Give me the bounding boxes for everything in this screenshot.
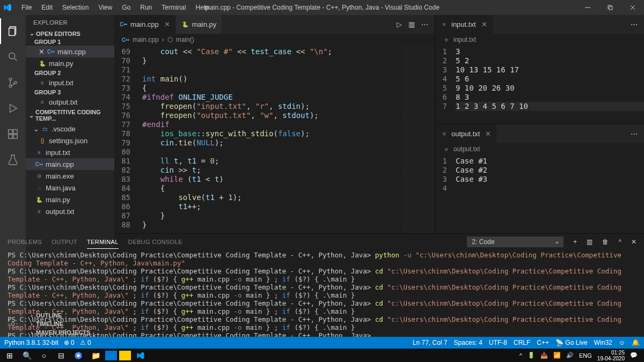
app-icon-1[interactable] <box>105 351 117 360</box>
group-2: GROUP 2 <box>26 69 114 77</box>
taskbar-search-icon[interactable]: 🔍 <box>19 349 34 362</box>
tab-main-py[interactable]: 🐍main.py <box>176 15 223 34</box>
status-errors[interactable]: ⊗ 0 <box>64 339 75 346</box>
project-header[interactable]: ⌄COMPETITIVE CODING TEMP... <box>26 108 114 123</box>
menu-bar[interactable]: File Edit Selection View Go Run Terminal… <box>17 3 213 12</box>
status-line-col[interactable]: Ln 77, Col 7 <box>413 339 448 346</box>
tree-input-txt[interactable]: ≡input.txt <box>26 146 114 158</box>
chrome-icon[interactable] <box>71 349 86 362</box>
open-editor-input-txt[interactable]: ≡input.txt <box>26 77 114 88</box>
open-editor-main-cpp[interactable]: ✕C••main.cpp <box>26 46 114 57</box>
app-icon-2[interactable] <box>119 351 131 360</box>
open-editors-header[interactable]: ⌄OPEN EDITORS <box>26 29 114 38</box>
tree-main-py[interactable]: 🐍main.py <box>26 194 114 205</box>
output-editor[interactable]: 1234 Case #1Case #2Case #3 <box>435 155 644 233</box>
close-button[interactable] <box>621 0 644 15</box>
tree-main-cpp[interactable]: C••main.cpp <box>26 158 114 170</box>
testing-icon[interactable] <box>0 147 26 173</box>
menu-edit[interactable]: Edit <box>37 3 57 12</box>
status-win32[interactable]: Win32 <box>594 339 612 346</box>
extensions-icon[interactable] <box>0 121 26 147</box>
menu-run[interactable]: Run <box>136 3 156 12</box>
window-title: main.cpp - Competitive Coding Template -… <box>204 4 440 11</box>
status-feedback-icon[interactable]: ☺ <box>619 339 625 346</box>
tray-wifi-icon[interactable]: 📶 <box>553 352 561 359</box>
status-go-live[interactable]: 📡 Go Live <box>555 339 588 346</box>
breadcrumb-output[interactable]: output.txt <box>453 145 480 153</box>
svg-point-4 <box>9 53 15 59</box>
panel-tab-output[interactable]: OUTPUT <box>52 235 77 248</box>
kill-terminal-icon[interactable]: 🗑 <box>602 238 609 246</box>
close-tab-icon[interactable]: ✕ <box>481 20 487 28</box>
vscode-taskbar-icon[interactable] <box>133 349 148 362</box>
tab-input-txt[interactable]: ≡input.txt✕ <box>435 15 493 34</box>
run-debug-icon[interactable] <box>0 95 26 121</box>
status-eol[interactable]: CRLF <box>514 339 530 346</box>
tray-dropbox-icon[interactable]: 📥 <box>540 352 548 359</box>
editor-group-right: ≡input.txt✕ ⋯ ≡input.txt 1234567 35 210 … <box>435 15 644 233</box>
cortana-icon[interactable]: ○ <box>36 349 52 362</box>
close-tab-icon[interactable]: ✕ <box>485 130 491 138</box>
split-terminal-icon[interactable]: ▥ <box>587 238 592 246</box>
breadcrumb-input[interactable]: input.txt <box>453 36 476 43</box>
status-python[interactable]: Python 3.8.1 32-bit <box>4 339 58 346</box>
panel-tab-debug[interactable]: DEBUG CONSOLE <box>128 235 182 248</box>
tab-main-cpp[interactable]: C••main.cpp✕ <box>114 15 176 34</box>
sidebar-title: EXPLORER <box>26 15 114 29</box>
tree-main-java[interactable]: ♨Main.java <box>26 182 114 194</box>
tree-output-txt[interactable]: ≡output.txt <box>26 205 114 217</box>
search-icon[interactable] <box>0 44 26 70</box>
maximize-panel-icon[interactable]: ^ <box>618 238 621 246</box>
task-view-icon[interactable]: ⊟ <box>54 349 69 362</box>
split-editor-icon[interactable]: ▥ <box>408 20 415 28</box>
tray-battery-icon[interactable]: 🔋 <box>528 352 535 359</box>
file-explorer-icon[interactable]: 📁 <box>88 349 103 362</box>
tree-settings-json[interactable]: {}settings.json <box>26 135 114 146</box>
run-icon[interactable]: ▷ <box>397 20 402 28</box>
breadcrumb[interactable]: C••main.cpp›⬡main() <box>114 34 435 46</box>
tray-up-icon[interactable]: ^ <box>519 352 522 359</box>
code-editor[interactable]: 6970717273747576777879808182838485868788… <box>114 46 435 233</box>
open-editor-output-txt[interactable]: ≡output.txt <box>26 96 114 108</box>
tray-language[interactable]: ENG <box>579 352 592 359</box>
more-actions-icon[interactable]: ⋯ <box>421 20 428 28</box>
status-language[interactable]: C++ <box>537 339 549 346</box>
menu-selection[interactable]: Selection <box>58 3 93 12</box>
tray-volume-icon[interactable]: 🔊 <box>566 352 574 359</box>
tray-clock[interactable]: 01:2519-04-2020 <box>597 350 625 361</box>
menu-view[interactable]: View <box>94 3 116 12</box>
close-tab-icon[interactable]: ✕ <box>164 20 170 28</box>
code-content[interactable]: cout << "Case #" << test_case << "\n"; }… <box>137 46 402 233</box>
panel-tab-terminal[interactable]: TERMINAL <box>87 235 119 249</box>
menu-terminal[interactable]: Terminal <box>157 3 190 12</box>
svg-rect-8 <box>9 130 12 134</box>
open-editor-main-py[interactable]: 🐍main.py <box>26 57 114 69</box>
maximize-button[interactable] <box>599 0 621 15</box>
group-3: GROUP 3 <box>26 88 114 96</box>
menu-file[interactable]: File <box>17 3 36 12</box>
tree-main-exe[interactable]: ⚙main.exe <box>26 170 114 182</box>
status-encoding[interactable]: UTF-8 <box>489 339 507 346</box>
tab-output-txt[interactable]: ≡output.txt✕ <box>435 124 497 143</box>
status-spaces[interactable]: Spaces: 4 <box>454 339 482 346</box>
more-actions-icon[interactable]: ⋯ <box>631 130 638 138</box>
terminal-selector[interactable]: 2: Code <box>467 237 564 247</box>
status-bell-icon[interactable]: 🔔 <box>632 339 640 346</box>
close-panel-icon[interactable]: ✕ <box>631 238 636 246</box>
tray-notifications-icon[interactable]: 💬 <box>630 352 638 359</box>
minimap[interactable] <box>402 46 435 233</box>
settings-gear-icon[interactable] <box>0 311 26 337</box>
status-warnings[interactable]: ⚠ 0 <box>80 339 91 346</box>
new-terminal-icon[interactable]: + <box>573 238 577 246</box>
start-button[interactable]: ⊞ <box>2 349 17 362</box>
panel-tab-problems[interactable]: PROBLEMS <box>8 235 42 248</box>
explorer-icon[interactable] <box>0 18 26 44</box>
svg-point-5 <box>9 78 12 80</box>
more-actions-icon[interactable]: ⋯ <box>631 20 638 28</box>
menu-go[interactable]: Go <box>118 3 135 12</box>
terminal-output[interactable]: PS C:\Users\chinm\Desktop\Coding Practic… <box>0 250 644 338</box>
tree-vscode-folder[interactable]: ⌄🗀.vscode <box>26 123 114 135</box>
input-editor[interactable]: 1234567 35 210 13 15 16 175 69 10 20 26 … <box>435 46 644 124</box>
minimize-button[interactable] <box>576 0 599 15</box>
source-control-icon[interactable] <box>0 70 26 95</box>
